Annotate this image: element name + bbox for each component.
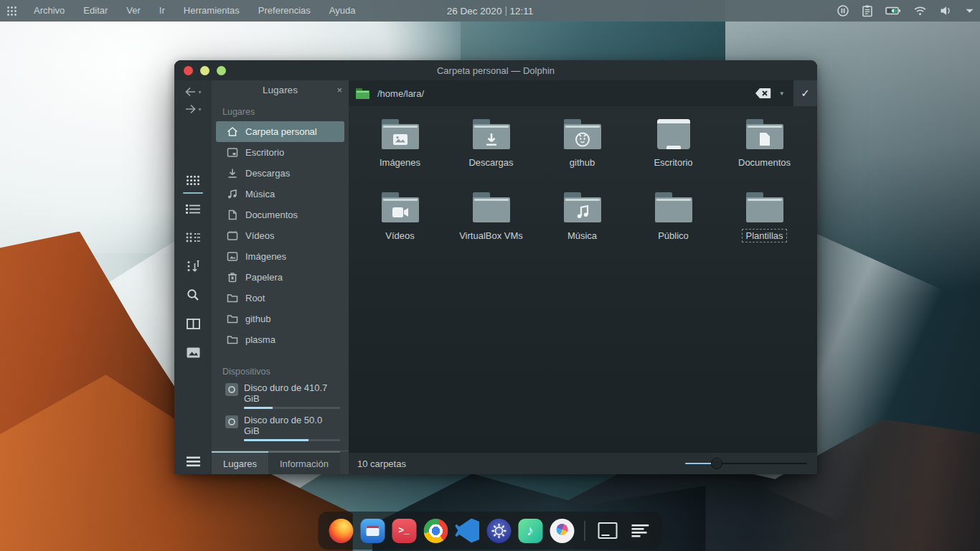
folder-item-plantillas[interactable]: Plantillas bbox=[719, 189, 810, 263]
tab-lugares[interactable]: Lugares bbox=[212, 451, 268, 474]
tab-informacion[interactable]: Información bbox=[268, 451, 340, 474]
github-emblem-icon bbox=[564, 129, 601, 149]
icons-view-icon[interactable] bbox=[184, 173, 202, 187]
clock[interactable]: 26 Dec 2020 12:11 bbox=[447, 6, 533, 17]
notes-icon[interactable] bbox=[626, 517, 653, 544]
list-view-icon[interactable] bbox=[184, 202, 202, 216]
volume-icon[interactable] bbox=[939, 4, 953, 17]
places-panel-title: Lugares bbox=[212, 85, 349, 95]
folder-item-musica[interactable]: Música bbox=[537, 189, 628, 263]
terminal-icon[interactable]: >_ bbox=[391, 517, 418, 544]
titlebar[interactable]: Carpeta personal — Dolphin bbox=[174, 60, 817, 80]
devices-section-label: Dispositivos bbox=[212, 359, 349, 381]
wifi-icon[interactable] bbox=[913, 4, 927, 17]
preview-icon[interactable] bbox=[184, 345, 202, 359]
location-bar[interactable]: /home/lara/ ▾ ✓ bbox=[349, 80, 817, 106]
document-emblem-icon bbox=[746, 129, 783, 149]
clock-time: 12:11 bbox=[509, 6, 533, 17]
folder-item-escritorio[interactable]: Escritorio bbox=[628, 116, 719, 189]
sort-icon[interactable] bbox=[184, 259, 202, 273]
paint-app-icon[interactable] bbox=[549, 517, 575, 544]
menu-preferencias[interactable]: Preferencias bbox=[249, 0, 320, 22]
vscode-icon[interactable] bbox=[454, 517, 481, 544]
search-icon[interactable] bbox=[184, 288, 202, 302]
dock-separator bbox=[585, 521, 585, 541]
status-text: 10 carpetas bbox=[357, 458, 406, 469]
folder-item-documentos[interactable]: Documentos bbox=[719, 116, 810, 189]
home-icon bbox=[227, 126, 238, 137]
download-icon bbox=[227, 168, 238, 179]
sidebar-item-escritorio[interactable]: Escritorio bbox=[216, 142, 344, 163]
menu-ir[interactable]: Ir bbox=[150, 0, 174, 22]
sidebar-item-imagenes[interactable]: Imágenes bbox=[216, 246, 344, 267]
sidebar-item-documentos[interactable]: Documentos bbox=[216, 204, 344, 225]
folder-item-virtualbox-vms[interactable]: VirtualBox VMs bbox=[446, 189, 537, 263]
menu-ver[interactable]: Ver bbox=[117, 0, 150, 22]
pause-icon[interactable] bbox=[837, 4, 849, 17]
menu-herramientas[interactable]: Herramientas bbox=[174, 0, 249, 22]
app-grid-icon[interactable] bbox=[6, 6, 17, 17]
folder-view-area: /home/lara/ ▾ ✓ Imágenes bbox=[349, 80, 817, 474]
sidebar-item-root[interactable]: Root bbox=[216, 288, 344, 309]
menu-icon[interactable] bbox=[174, 456, 212, 467]
menu-archivo[interactable]: Archivo bbox=[24, 0, 74, 22]
toolbar-strip: ▾ ▾ bbox=[174, 80, 212, 474]
battery-charging-icon[interactable] bbox=[885, 4, 901, 17]
hard-drive-icon bbox=[225, 383, 238, 396]
menu-editar[interactable]: Editar bbox=[74, 0, 117, 22]
sidebar-item-github[interactable]: github bbox=[216, 309, 344, 329]
backspace-clear-icon[interactable] bbox=[755, 88, 771, 99]
clock-date: 26 Dec 2020 bbox=[447, 6, 502, 17]
close-button[interactable] bbox=[184, 66, 193, 75]
window-title: Carpeta personal — Dolphin bbox=[437, 65, 555, 76]
back-button[interactable]: ▾ bbox=[184, 87, 201, 97]
zoom-slider-handle[interactable] bbox=[711, 458, 722, 469]
sidebar-item-videos[interactable]: Vídeos bbox=[216, 225, 344, 246]
location-path[interactable]: /home/lara/ bbox=[377, 88, 424, 99]
places-panel-close-icon[interactable]: × bbox=[336, 85, 342, 95]
music-icon bbox=[227, 189, 238, 199]
firefox-icon[interactable] bbox=[328, 517, 354, 544]
location-apply-button[interactable]: ✓ bbox=[793, 80, 817, 106]
music-emblem-icon bbox=[564, 202, 601, 222]
location-dropdown-icon[interactable]: ▾ bbox=[780, 90, 783, 97]
music-app-icon[interactable]: ♪ bbox=[517, 517, 544, 544]
sidebar-item-descargas[interactable]: Descargas bbox=[216, 163, 344, 184]
chevron-down-icon[interactable] bbox=[965, 4, 974, 17]
folder-item-descargas[interactable]: Descargas bbox=[446, 116, 537, 189]
folder-item-imagenes[interactable]: Imágenes bbox=[354, 116, 446, 189]
clock-divider bbox=[505, 6, 506, 16]
window-controls bbox=[184, 60, 226, 80]
files-app-icon[interactable] bbox=[359, 517, 386, 544]
forward-button[interactable]: ▾ bbox=[184, 104, 201, 114]
chrome-icon[interactable] bbox=[423, 517, 449, 544]
maximize-button[interactable] bbox=[217, 66, 226, 75]
show-desktop-icon[interactable] bbox=[595, 517, 621, 544]
split-view-icon[interactable] bbox=[184, 316, 202, 331]
places-section-label: Lugares bbox=[212, 100, 349, 121]
clipboard-icon[interactable] bbox=[862, 4, 873, 17]
folder-item-videos[interactable]: Vídeos bbox=[354, 189, 446, 263]
device-item-disk2[interactable]: Disco duro de 50.0 GiB bbox=[216, 415, 344, 441]
sidebar-item-carpeta-personal[interactable]: Carpeta personal bbox=[216, 121, 344, 142]
folder-item-github[interactable]: github bbox=[537, 116, 628, 189]
sidebar-item-papelera[interactable]: Papelera bbox=[216, 267, 344, 288]
dolphin-window: Carpeta personal — Dolphin ▾ ▾ bbox=[174, 60, 817, 474]
minimize-button[interactable] bbox=[200, 66, 209, 75]
places-panel: Lugares × Lugares Carpeta personal Escri… bbox=[212, 80, 349, 474]
back-history-chevron[interactable]: ▾ bbox=[198, 89, 201, 95]
icon-view[interactable]: Imágenes Descargas github bbox=[349, 106, 817, 453]
sidebar-item-plasma[interactable]: plasma bbox=[216, 329, 344, 350]
folder-icon bbox=[227, 334, 238, 345]
video-emblem-icon bbox=[382, 202, 419, 222]
zoom-slider[interactable] bbox=[685, 458, 807, 469]
forward-history-chevron[interactable]: ▾ bbox=[198, 106, 201, 113]
image-emblem-icon bbox=[382, 129, 419, 149]
menu-ayuda[interactable]: Ayuda bbox=[320, 0, 365, 22]
sidebar-item-musica[interactable]: Música bbox=[216, 184, 344, 204]
system-settings-icon[interactable] bbox=[486, 517, 512, 544]
folder-item-publico[interactable]: Público bbox=[628, 189, 719, 263]
desktop-icon bbox=[227, 147, 238, 158]
device-item-disk1[interactable]: Disco duro de 410.7 GiB bbox=[216, 382, 344, 409]
compact-view-icon[interactable] bbox=[184, 230, 202, 245]
